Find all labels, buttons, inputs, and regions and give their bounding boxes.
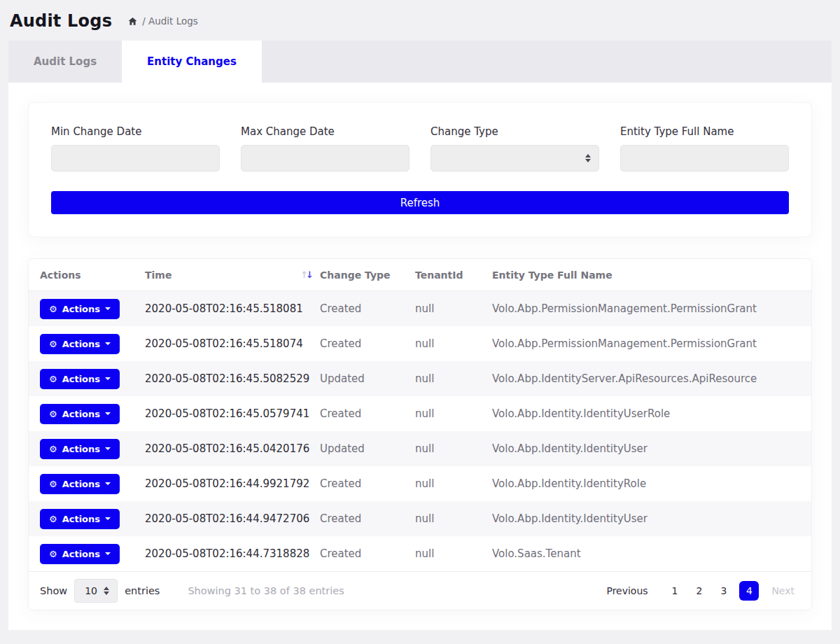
column-header-time[interactable]: Time ↑↓ bbox=[145, 270, 320, 281]
actions-button-label: Actions bbox=[62, 549, 100, 559]
entity-changes-table: Actions Time ↑↓ Change Type TenantId Ent… bbox=[28, 258, 812, 610]
showing-entries-text: Showing 31 to 38 of 38 entries bbox=[188, 585, 344, 596]
actions-cell: ⚙ Actions bbox=[40, 474, 145, 494]
actions-dropdown-button[interactable]: ⚙ Actions bbox=[40, 474, 120, 494]
page-title: Audit Logs bbox=[10, 11, 112, 31]
time-cell: 2020-05-08T02:16:45.518074 bbox=[145, 337, 320, 350]
actions-button-label: Actions bbox=[62, 479, 100, 489]
table-row: ⚙ Actions 2020-05-08T02:16:44.9472706 Cr… bbox=[29, 501, 811, 536]
actions-dropdown-button[interactable]: ⚙ Actions bbox=[40, 404, 120, 424]
gear-icon: ⚙ bbox=[49, 514, 57, 524]
tab-audit-logs[interactable]: Audit Logs bbox=[8, 41, 122, 83]
filter-field-entity-type: Entity Type Full Name bbox=[620, 125, 789, 172]
breadcrumb-path: / Audit Logs bbox=[142, 15, 198, 27]
entity-type-input[interactable] bbox=[620, 145, 789, 172]
table-row: ⚙ Actions 2020-05-08T02:16:45.0579741 Cr… bbox=[29, 396, 811, 431]
entity-type-cell: Volo.Saas.Tenant bbox=[492, 547, 800, 560]
actions-dropdown-button[interactable]: ⚙ Actions bbox=[40, 544, 120, 564]
time-cell: 2020-05-08T02:16:45.0579741 bbox=[145, 407, 320, 420]
tenant-id-cell: null bbox=[415, 547, 492, 560]
change-type-cell: Created bbox=[320, 477, 415, 490]
caret-down-icon bbox=[105, 342, 111, 345]
change-type-cell: Created bbox=[320, 512, 415, 525]
pagination: Previous 1234 Next bbox=[601, 581, 800, 601]
column-header-change-type[interactable]: Change Type bbox=[320, 270, 415, 281]
actions-button-label: Actions bbox=[62, 339, 100, 349]
min-change-date-input[interactable] bbox=[51, 145, 220, 172]
gear-icon: ⚙ bbox=[49, 304, 57, 314]
actions-dropdown-button[interactable]: ⚙ Actions bbox=[40, 439, 120, 459]
gear-icon: ⚙ bbox=[49, 550, 57, 559]
pagination-previous[interactable]: Previous bbox=[601, 582, 653, 600]
actions-dropdown-button[interactable]: ⚙ Actions bbox=[40, 299, 120, 319]
table-row: ⚙ Actions 2020-05-08T02:16:44.7318828 Cr… bbox=[29, 536, 811, 571]
actions-dropdown-button[interactable]: ⚙ Actions bbox=[40, 334, 120, 354]
home-icon[interactable] bbox=[127, 16, 138, 27]
tenant-id-cell: null bbox=[415, 477, 492, 490]
tenant-id-cell: null bbox=[415, 512, 492, 525]
caret-down-icon bbox=[105, 517, 111, 520]
table-row: ⚙ Actions 2020-05-08T02:16:45.518081 Cre… bbox=[29, 291, 811, 326]
page-header: Audit Logs / Audit Logs bbox=[0, 0, 840, 41]
change-type-cell: Created bbox=[320, 302, 415, 315]
change-type-select[interactable] bbox=[430, 145, 599, 172]
actions-button-label: Actions bbox=[62, 409, 100, 419]
tab-entity-changes[interactable]: Entity Changes bbox=[122, 41, 262, 83]
show-label: Show bbox=[40, 585, 67, 596]
actions-cell: ⚙ Actions bbox=[40, 334, 145, 354]
table-row: ⚙ Actions 2020-05-08T02:16:45.518074 Cre… bbox=[29, 326, 811, 361]
page-size-select[interactable]: 10 bbox=[74, 579, 118, 603]
pagination-page-4[interactable]: 4 bbox=[739, 581, 759, 601]
actions-button-label: Actions bbox=[62, 444, 100, 454]
filter-field-change-type: Change Type bbox=[430, 125, 599, 172]
change-type-label: Change Type bbox=[430, 125, 599, 138]
time-cell: 2020-05-08T02:16:44.7318828 bbox=[145, 547, 320, 560]
actions-cell: ⚙ Actions bbox=[40, 299, 145, 319]
caret-down-icon bbox=[105, 377, 111, 380]
entity-type-cell: Volo.Abp.Identity.IdentityUserRole bbox=[492, 407, 800, 420]
change-type-cell: Created bbox=[320, 407, 415, 420]
entity-type-cell: Volo.Abp.IdentityServer.ApiResources.Api… bbox=[492, 372, 800, 385]
change-type-cell: Created bbox=[320, 337, 415, 350]
column-header-actions[interactable]: Actions bbox=[40, 270, 145, 281]
table-row: ⚙ Actions 2020-05-08T02:16:44.9921792 Cr… bbox=[29, 466, 811, 501]
actions-button-label: Actions bbox=[62, 514, 100, 524]
pagination-page-2[interactable]: 2 bbox=[691, 582, 708, 600]
pagination-page-1[interactable]: 1 bbox=[666, 582, 684, 600]
actions-cell: ⚙ Actions bbox=[40, 369, 145, 389]
entity-type-cell: Volo.Abp.PermissionManagement.Permission… bbox=[492, 337, 800, 350]
filter-card: Min Change Date Max Change Date Change T… bbox=[28, 102, 812, 237]
max-change-date-input[interactable] bbox=[241, 145, 410, 172]
actions-dropdown-button[interactable]: ⚙ Actions bbox=[40, 509, 120, 529]
pagination-page-3[interactable]: 3 bbox=[715, 582, 732, 600]
actions-cell: ⚙ Actions bbox=[40, 509, 145, 529]
column-header-tenant-id[interactable]: TenantId bbox=[415, 270, 492, 281]
tenant-id-cell: null bbox=[415, 372, 492, 385]
refresh-button[interactable]: Refresh bbox=[51, 191, 789, 214]
tenant-id-cell: null bbox=[415, 407, 492, 420]
max-change-date-label: Max Change Date bbox=[241, 125, 410, 138]
sort-icon[interactable]: ↑↓ bbox=[300, 270, 312, 280]
entity-type-cell: Volo.Abp.Identity.IdentityRole bbox=[492, 477, 800, 490]
caret-down-icon bbox=[105, 447, 111, 450]
filter-field-max-change-date: Max Change Date bbox=[241, 125, 410, 172]
actions-button-label: Actions bbox=[62, 374, 100, 384]
pagination-pages: 1234 bbox=[666, 581, 760, 601]
entity-type-cell: Volo.Abp.Identity.IdentityUser bbox=[492, 512, 800, 525]
table-header-row: Actions Time ↑↓ Change Type TenantId Ent… bbox=[29, 259, 811, 291]
caret-down-icon bbox=[105, 552, 111, 555]
table-body: ⚙ Actions 2020-05-08T02:16:45.518081 Cre… bbox=[29, 291, 811, 571]
gear-icon: ⚙ bbox=[49, 340, 57, 349]
entries-label: entries bbox=[125, 585, 160, 596]
column-header-entity-type[interactable]: Entity Type Full Name bbox=[492, 270, 800, 281]
actions-dropdown-button[interactable]: ⚙ Actions bbox=[40, 369, 120, 389]
caret-down-icon bbox=[105, 482, 111, 485]
tenant-id-cell: null bbox=[415, 442, 492, 455]
min-change-date-label: Min Change Date bbox=[51, 125, 220, 138]
filter-field-min-change-date: Min Change Date bbox=[51, 125, 220, 172]
actions-button-label: Actions bbox=[62, 304, 100, 314]
tenant-id-cell: null bbox=[415, 337, 492, 350]
table-footer: Show 10 entries Showing 31 to 38 of 38 e… bbox=[29, 571, 811, 610]
pagination-next[interactable]: Next bbox=[766, 582, 800, 600]
time-cell: 2020-05-08T02:16:44.9472706 bbox=[145, 512, 320, 525]
